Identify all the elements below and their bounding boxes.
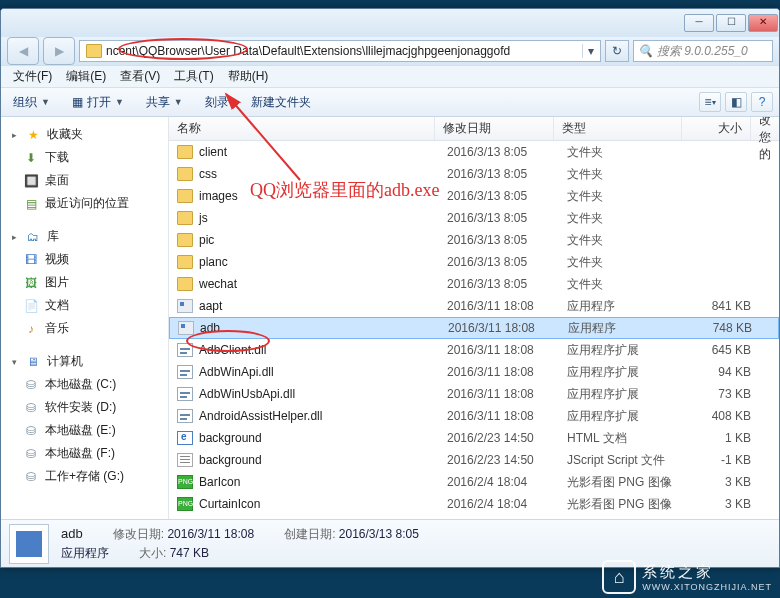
organize-button[interactable]: 组织▼ [7,92,56,113]
menu-file[interactable]: 文件(F) [7,66,58,87]
file-row[interactable]: wechat2016/3/13 8:05文件夹 [169,273,779,295]
file-name: background [199,431,262,445]
file-row[interactable]: adb2016/3/11 18:08应用程序748 KB [169,317,779,339]
file-type: 文件夹 [559,166,689,183]
file-row[interactable]: images2016/3/13 8:05文件夹 [169,185,779,207]
preview-pane-button[interactable]: ◧ [725,92,747,112]
column-date[interactable]: 修改日期 [435,117,553,140]
sidebar-computer[interactable]: ▾🖥计算机 [1,350,168,373]
search-input[interactable]: 🔍 搜索 9.0.0.255_0 [633,40,773,62]
dll-icon [177,409,193,423]
column-change[interactable]: 更改您的 [751,117,779,140]
burn-button[interactable]: 刻录 [199,92,235,113]
folder-icon [177,145,193,159]
file-name: adb [200,321,220,335]
share-button[interactable]: 共享▼ [140,92,189,113]
file-row[interactable]: AdbClient.dll2016/3/11 18:08应用程序扩展645 KB [169,339,779,361]
sidebar-videos[interactable]: 🎞视频 [1,248,168,271]
picture-icon: 🖼 [23,275,39,291]
sidebar-drive-e[interactable]: ⛁本地磁盘 (E:) [1,419,168,442]
file-date: 2016/2/4 18:04 [439,497,559,511]
close-button[interactable]: ✕ [748,14,778,32]
view-options-button[interactable]: ≡▾ [699,92,721,112]
menu-tools[interactable]: 工具(T) [168,66,219,87]
sidebar-pictures[interactable]: 🖼图片 [1,271,168,294]
help-button[interactable]: ? [751,92,773,112]
library-icon: 🗂 [25,229,41,245]
open-button[interactable]: ▦打开▼ [66,92,130,113]
details-mod-label: 修改日期: [113,527,164,541]
sidebar-favorites[interactable]: ▸★收藏夹 [1,123,168,146]
file-row[interactable]: AdbWinApi.dll2016/3/11 18:08应用程序扩展94 KB [169,361,779,383]
sidebar-desktop[interactable]: 🔲桌面 [1,169,168,192]
minimize-button[interactable]: ─ [684,14,714,32]
file-type: 应用程序 [559,298,689,315]
maximize-button[interactable]: ☐ [716,14,746,32]
file-type: JScript Script 文件 [559,452,689,469]
menu-view[interactable]: 查看(V) [114,66,166,87]
file-row[interactable]: planc2016/3/13 8:05文件夹 [169,251,779,273]
explorer-window: ─ ☐ ✕ ◀ ▶ ncent\QQBrowser\User Data\Defa… [0,8,780,568]
chevron-down-icon: ▼ [115,97,124,107]
refresh-button[interactable]: ↻ [605,40,629,62]
column-type[interactable]: 类型 [554,117,682,140]
file-row[interactable]: PNGCurtainIcon2016/2/4 18:04光影看图 PNG 图像3… [169,493,779,515]
watermark-url: WWW.XITONGZHIJIA.NET [642,582,772,592]
sidebar-libraries[interactable]: ▸🗂库 [1,225,168,248]
file-name: AdbClient.dll [199,343,266,357]
address-dropdown-icon[interactable]: ▾ [582,44,598,58]
drive-icon: ⛁ [23,423,39,439]
file-size: 1 KB [689,431,759,445]
column-name[interactable]: 名称 [169,117,435,140]
drive-icon: ⛁ [23,377,39,393]
file-date: 2016/3/11 18:08 [439,343,559,357]
file-name: css [199,167,217,181]
file-row[interactable]: PNGBarIcon2016/2/4 18:04光影看图 PNG 图像3 KB [169,471,779,493]
file-date: 2016/3/13 8:05 [439,277,559,291]
file-name: AdbWinApi.dll [199,365,274,379]
menu-help[interactable]: 帮助(H) [222,66,275,87]
sidebar-music[interactable]: ♪音乐 [1,317,168,340]
png-icon: PNG [177,475,193,489]
folder-icon [86,44,102,58]
file-row[interactable]: pic2016/3/13 8:05文件夹 [169,229,779,251]
file-date: 2016/3/11 18:08 [439,365,559,379]
column-header-row: 名称 修改日期 类型 大小 更改您的 [169,117,779,141]
file-type: 光影看图 PNG 图像 [559,496,689,513]
address-bar[interactable]: ncent\QQBrowser\User Data\Default\Extens… [79,40,601,62]
sidebar-drive-c[interactable]: ⛁本地磁盘 (C:) [1,373,168,396]
details-thumbnail [9,524,49,564]
file-row[interactable]: background2016/2/23 14:50HTML 文档1 KB [169,427,779,449]
file-row[interactable]: AdbWinUsbApi.dll2016/3/11 18:08应用程序扩展73 … [169,383,779,405]
file-row[interactable]: js2016/3/13 8:05文件夹 [169,207,779,229]
sidebar-drive-f[interactable]: ⛁本地磁盘 (F:) [1,442,168,465]
file-row[interactable]: client2016/3/13 8:05文件夹 [169,141,779,163]
chevron-down-icon: ▼ [174,97,183,107]
sidebar-recent[interactable]: ▤最近访问的位置 [1,192,168,215]
details-created-label: 创建日期: [284,527,335,541]
nav-forward-button[interactable]: ▶ [43,37,75,65]
file-row[interactable]: css2016/3/13 8:05文件夹 [169,163,779,185]
column-size[interactable]: 大小 [682,117,751,140]
file-type: 应用程序 [560,320,690,337]
sidebar-drive-g[interactable]: ⛁工作+存储 (G:) [1,465,168,488]
nav-back-button[interactable]: ◀ [7,37,39,65]
title-bar[interactable]: ─ ☐ ✕ [1,9,779,37]
file-type: 文件夹 [559,188,689,205]
computer-icon: 🖥 [25,354,41,370]
file-type: 文件夹 [559,144,689,161]
new-folder-button[interactable]: 新建文件夹 [245,92,317,113]
file-row[interactable]: AndroidAssistHelper.dll2016/3/11 18:08应用… [169,405,779,427]
drive-icon: ⛁ [23,400,39,416]
menu-edit[interactable]: 编辑(E) [60,66,112,87]
file-name: AdbWinUsbApi.dll [199,387,295,401]
sidebar-downloads[interactable]: ⬇下载 [1,146,168,169]
sidebar-drive-d[interactable]: ⛁软件安装 (D:) [1,396,168,419]
file-row[interactable]: background2016/2/23 14:50JScript Script … [169,449,779,471]
file-size: 841 KB [689,299,759,313]
file-row[interactable]: aapt2016/3/11 18:08应用程序841 KB [169,295,779,317]
file-name: aapt [199,299,222,313]
file-type: 光影看图 PNG 图像 [559,474,689,491]
sidebar-documents[interactable]: 📄文档 [1,294,168,317]
file-size: 645 KB [689,343,759,357]
